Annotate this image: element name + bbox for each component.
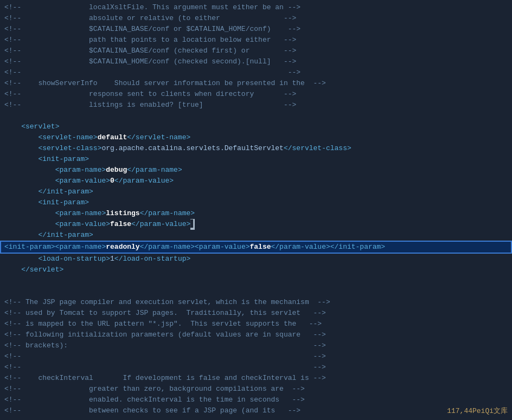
code-line [0,111,512,121]
code-line: <init-param> [0,197,512,208]
code-line: <init-param> [0,154,512,165]
code-view: <!-- localXsltFile. This argument must e… [0,0,512,420]
code-line: </servlet> [0,264,512,275]
code-line: <load-on-startup>1</load-on-startup> [0,254,512,264]
code-line: <!-- checkInterval If development is fal… [0,373,512,384]
code-line: <!-- $CATALINA_BASE/conf (checked first)… [0,46,512,56]
code-line: <init-param><param-name>readonly</param-… [0,241,512,254]
code-line: <!-- enabled. checkInterval is the time … [0,395,512,405]
code-line: <!-- absolute or relative (to either --> [0,13,512,24]
code-line: <!-- brackets): --> [0,340,512,351]
code-line: <!-- $CATALINA_BASE/conf or $CATALINA_HO… [0,24,512,35]
code-line: <!-- greater than zero, background compi… [0,384,512,395]
code-line: <!-- $CATALINA_HOME/conf (checked second… [0,56,512,67]
code-line: </init-param> [0,230,512,241]
code-line: <!-- response sent to clients when direc… [0,89,512,100]
code-line: <param-name>debug</param-name> [0,165,512,176]
code-line: <!-- --> [0,67,512,78]
code-line: <!-- localXsltFile. This argument must e… [0,2,512,13]
code-line: <!-- --> [0,351,512,362]
code-line: <!-- path that points to a location belo… [0,35,512,46]
code-line [0,275,512,286]
code-line: <param-name>listings</param-name> [0,208,512,219]
code-line: </init-param> [0,186,512,197]
code-line: <servlet-class>org.apache.catalina.servl… [0,143,512,154]
code-line: <!-- between checks to see if a JSP page… [0,405,512,416]
code-line: <servlet-name>default</servlet-name> [0,132,512,143]
code-line: <servlet> [0,121,512,132]
code-line: <!-- following initialization parameters… [0,329,512,340]
code-line: <!-- listings is enabled? [true] --> [0,100,512,111]
code-line [0,286,512,297]
code-line: <param-value>false</param-value>▋ [0,219,512,230]
code-line: <!-- is mapped to the URL pattern "*.jsp… [0,319,512,329]
code-line: <!-- showServerInfo Should server inform… [0,78,512,89]
code-line: <param-value>0</param-value> [0,176,512,186]
code-line: <!-- used by Tomcat to support JSP pages… [0,308,512,319]
watermark: 117,44PeiQi文库 [447,406,508,416]
code-line: <!-- --> [0,362,512,373]
code-line: <!-- The JSP page compiler and execution… [0,297,512,308]
